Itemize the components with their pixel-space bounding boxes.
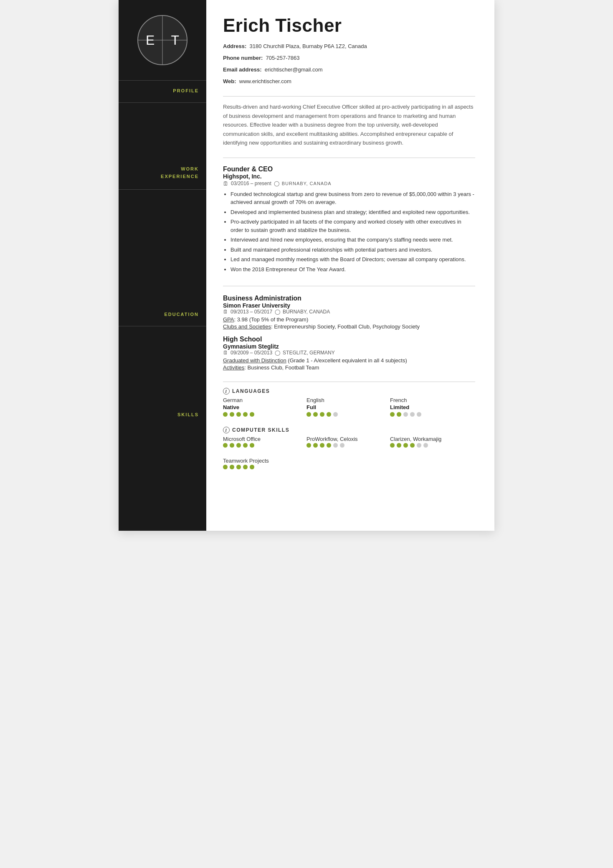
job-location-0: BURNABY, CANADA [282,181,332,186]
sidebar-label-skills: SKILLS [177,412,199,425]
skill-clarizen: Clarizen, Workamajig [390,436,474,448]
edu-detail-value-gpa: : 3.98 (Top 5% of the Program) [234,316,309,323]
edu-detail-distinction: Graduated with Distinction (Grade 1 - A/… [223,357,475,364]
dot [390,443,395,448]
sidebar-section-education: EDUCATION [119,189,206,324]
skill-german-dots [223,412,306,417]
edu-meta-0: 🗓 09/2013 – 05/2017 ◯ BURNABY, CANADA [223,309,475,315]
skill-german-level: Native [223,404,306,410]
dot [327,412,331,417]
job-title-0: Founder & CEO [223,165,475,173]
divider-after-header [223,96,475,97]
dot [243,465,248,469]
main-content: Erich Tischer Address: 3180 Churchill Pl… [206,0,494,531]
dot [320,412,324,417]
edu-detail-value-distinction: (Grade 1 - A/excellent equivalent in all… [286,357,407,364]
info-icon-computer: i [223,427,230,433]
job-meta-0: 🗓 03/2016 – present ◯ BURNABY, CANADA [223,181,475,187]
computer-skills-grid-2: Teamwork Projects [223,458,475,473]
sidebar-section-profile: PROFILE [119,80,206,101]
edu-detail-value-activities: : Business Club, Football Team [244,364,319,371]
skill-proworkflow-name: ProWorkflow, Celoxis [306,436,390,442]
bullet-item: Founded technological startup and grew b… [231,190,475,206]
dot [236,465,241,469]
edu-detail-label-activities: Activities [223,364,244,371]
dot [410,412,415,417]
sidebar-label-education: EDUCATION [164,312,199,324]
skill-clarizen-name: Clarizen, Workamajig [390,436,474,442]
skill-teamwork-dots [223,465,306,469]
edu-location-0: BURNABY, CANADA [283,309,330,315]
skill-french: French Limited [390,397,474,417]
edu-date-0: 09/2013 – 05/2017 [231,309,272,315]
address-label: Address: [223,43,246,49]
edu-date-1: 09/2009 – 05/2013 [231,350,272,356]
address-line: Address: 3180 Churchill Plaza, Burnaby P… [223,42,475,51]
computer-skills-label: COMPUTER SKILLS [232,427,289,433]
skill-french-name: French [390,397,474,403]
dot [250,412,254,417]
skill-msoffice-dots [223,443,306,448]
skill-french-dots [390,412,474,417]
edu-school-1: Gymnasium Steglitz [223,343,475,350]
sidebar-section-skills: SKILLS [119,326,206,425]
dot [397,412,401,417]
dot [243,443,248,448]
phone-value: 705-257-7863 [266,55,300,61]
dot [230,465,234,469]
dot [223,465,228,469]
edu-detail-label-gpa: GPA [223,316,234,323]
work-experience-section: Founder & CEO Highspot, Inc. 🗓 03/2016 –… [223,164,475,276]
dot [333,443,338,448]
edu-detail-label-distinction: Graduated with Distinction [223,357,286,364]
dot [313,443,318,448]
avatar-letters: E T [138,16,187,64]
email-label: Email address: [223,66,262,73]
divider-after-education [223,382,475,382]
dot [306,412,311,417]
bullet-item: Developed and implemented business plan … [231,208,475,216]
skill-msoffice-name: Microsoft Office [223,436,306,442]
dot [410,443,415,448]
computer-skills-title: i COMPUTER SKILLS [223,427,475,433]
web-value: www.erichtischer.com [239,78,291,84]
skill-english-dots [306,412,390,417]
sidebar-label-work: WORKEXPERIENCE [161,165,199,188]
dot [333,412,338,417]
sidebar: E T PROFILE WORKEXPERIENCE EDUCATION SKI… [119,0,206,531]
web-line: Web: www.erichtischer.com [223,77,475,86]
dot [403,412,408,417]
languages-title: i LANGUAGES [223,388,475,395]
header: Erich Tischer Address: 3180 Churchill Pl… [223,15,475,89]
skill-english-level: Full [306,404,390,410]
skill-french-level: Limited [390,404,474,410]
divider-after-work [223,286,475,286]
job-company-0: Highspot, Inc. [223,173,475,180]
avatar-initial-t: T [171,33,179,48]
skill-clarizen-dots [390,443,474,448]
edu-detail-gpa: GPA: 3.98 (Top 5% of the Program) [223,316,475,323]
dot [417,412,421,417]
dot [340,443,344,448]
bullet-item: Built and maintained professional relati… [231,246,475,254]
edu-detail-activities: Activities: Business Club, Football Team [223,364,475,371]
info-icon-languages: i [223,388,230,395]
edu-degree-1: High School [223,336,475,343]
dot [417,443,421,448]
email-value: erichtischer@gmail.com [265,66,323,73]
profile-section: Results-driven and hard-working Chief Ex… [223,102,475,147]
bullet-item: Led and managed monthly meetings with th… [231,255,475,264]
edu-detail-clubs: Clubs and Societies: Entrepreneurship So… [223,323,475,330]
edu-school-0: Simon Fraser University [223,302,475,309]
bullet-item: Won the 2018 Entrepreneur Of The Year Aw… [231,265,475,274]
edu-location-icon-1: ◯ [275,350,280,356]
dot [236,412,241,417]
web-label: Web: [223,78,236,84]
address-value: 3180 Churchill Plaza, Burnaby P6A 1Z2, C… [250,43,367,49]
skill-msoffice: Microsoft Office [223,436,306,448]
bullet-item: Pro-actively participated in all facets … [231,218,475,234]
edu-degree-0: Business Administration [223,295,475,302]
skill-teamwork-name: Teamwork Projects [223,458,306,464]
education-section: Business Administration Simon Fraser Uni… [223,292,475,372]
dot [403,443,408,448]
